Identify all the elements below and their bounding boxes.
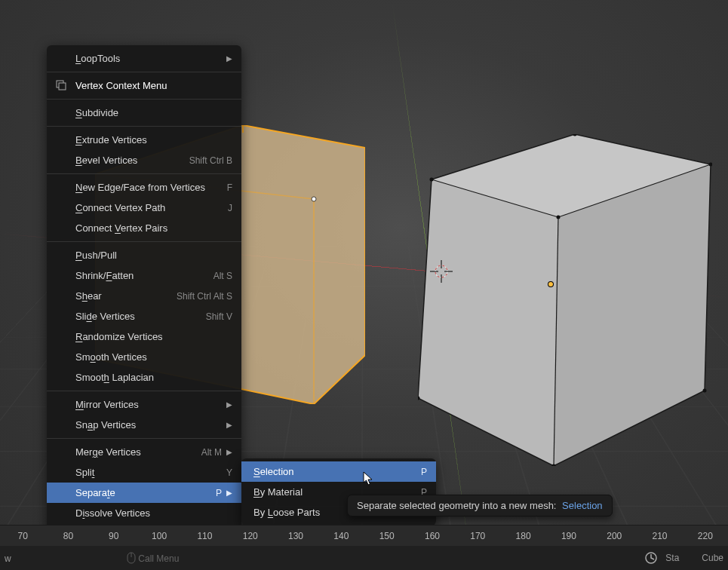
timeline-tick: 170 (455, 531, 500, 541)
timeline-tick: 120 (228, 531, 273, 541)
status-start-label[interactable]: Sta (665, 553, 679, 563)
menu-separator (47, 126, 241, 127)
menu-item-connect-vertex-pairs[interactable]: Connect Vertex Pairs (47, 218, 241, 238)
timeline-tick: 210 (637, 531, 682, 541)
svg-point-4 (312, 197, 316, 201)
timeline-tick: 80 (45, 531, 91, 541)
menu-item-mirror-vertices[interactable]: Mirror Vertices ▶ (47, 394, 241, 415)
menu-item-slide-vertices[interactable]: Slide Vertices Shift V (47, 306, 241, 326)
chevron-right-icon: ▶ (226, 400, 232, 409)
timeline-tick: 140 (318, 531, 364, 541)
status-hint-left: w (5, 553, 11, 564)
timeline-tick: 190 (546, 531, 591, 541)
status-bar: w Call Menu Sta Cube (0, 546, 728, 570)
chevron-right-icon: ▶ (226, 54, 232, 63)
menu-item-randomize-vertices[interactable]: Randomize Vertices (47, 326, 241, 347)
tooltip: Separate selected geometry into a new me… (347, 495, 613, 516)
menu-item-bevel-vertices[interactable]: Bevel Vertices Shift Ctrl B (47, 150, 241, 170)
menu-separator (47, 391, 241, 391)
menu-separator (47, 241, 241, 242)
menu-item-snap-vertices[interactable]: Snap Vertices ▶ (47, 415, 241, 435)
shortcut-label: Shift Ctrl Alt S (177, 291, 232, 302)
svg-point-14 (557, 216, 561, 219)
shortcut-label: Shift Ctrl B (189, 155, 232, 166)
menu-item-connect-vertex-path[interactable]: Connect Vertex Path J (47, 198, 241, 218)
svg-point-11 (430, 178, 434, 182)
timeline-tick: 220 (683, 531, 728, 541)
menu-separator (47, 438, 241, 439)
menu-header-label: Vertex Context Menu (75, 80, 232, 91)
shortcut-label: Y (226, 467, 232, 478)
menu-header: Vertex Context Menu (47, 75, 241, 96)
shortcut-label: Shift V (206, 311, 232, 322)
svg-point-12 (573, 134, 577, 136)
chevron-right-icon: ▶ (226, 421, 232, 429)
shortcut-label: P (216, 488, 222, 498)
menu-item-push-pull[interactable]: Push/Pull (47, 245, 241, 265)
context-menu-icon (56, 80, 66, 90)
mouse-icon (127, 553, 138, 564)
timeline-tick: 70 (0, 531, 45, 541)
menu-item-separate[interactable]: Separate P ▶ (47, 483, 241, 503)
shortcut-label: Alt M (201, 447, 222, 458)
shortcut-label: P (421, 467, 427, 477)
menu-item-smooth-laplacian[interactable]: Smooth Laplacian (47, 367, 241, 388)
menu-separator (47, 173, 241, 174)
menu-item-new-edge-face[interactable]: New Edge/Face from Vertices F (47, 177, 241, 198)
rewind-icon[interactable] (644, 551, 658, 565)
menu-item-merge-vertices[interactable]: Merge Vertices Alt M ▶ (47, 442, 241, 462)
menu-item-smooth-vertices[interactable]: Smooth Vertices (47, 347, 241, 367)
tooltip-value: Selection (562, 500, 602, 511)
timeline-tick: 90 (91, 531, 137, 541)
menu-item-split[interactable]: Split Y (47, 462, 241, 483)
svg-marker-6 (432, 134, 711, 217)
status-call-menu: Call Menu (138, 553, 179, 564)
menu-item-looptools[interactable]: LoopTools ▶ (47, 48, 241, 69)
timeline-tick: 100 (137, 531, 182, 541)
timeline-ruler[interactable]: 70 80 90 100 110 120 130 140 150 160 170… (0, 525, 728, 546)
timeline-tick: 180 (500, 531, 545, 541)
chevron-right-icon: ▶ (226, 489, 232, 497)
menu-item-shrink-fatten[interactable]: Shrink/Fatten Alt S (47, 265, 241, 286)
svg-point-13 (709, 163, 713, 167)
menu-separator (47, 72, 241, 72)
status-object-name: Cube (702, 553, 723, 563)
svg-rect-25 (59, 83, 66, 90)
vertex-context-menu: LoopTools ▶ Vertex Context Menu Subdivid… (47, 45, 241, 547)
object-origin-dot (548, 282, 553, 287)
timeline-tick: 130 (273, 531, 318, 541)
timeline-tick: 200 (591, 531, 637, 541)
menu-item-shear[interactable]: Shear Shift Ctrl Alt S (47, 286, 241, 306)
svg-line-8 (432, 179, 558, 217)
menu-item-dissolve-vertices[interactable]: Dissolve Vertices (47, 503, 241, 523)
tooltip-text: Separate selected geometry into a new me… (357, 500, 556, 511)
shortcut-label: Alt S (213, 271, 232, 281)
shortcut-label: F (227, 182, 232, 193)
timeline-tick: 110 (182, 531, 227, 541)
svg-line-9 (558, 164, 711, 217)
menu-separator (47, 99, 241, 100)
submenu-item-selection[interactable]: Selection P (241, 461, 436, 482)
timeline-tick: 150 (364, 531, 410, 541)
menu-item-extrude-vertices[interactable]: Extrude Vertices (47, 130, 241, 150)
chevron-right-icon: ▶ (226, 448, 232, 456)
menu-item-subdivide[interactable]: Subdivide (47, 103, 241, 123)
timeline-tick: 160 (410, 531, 455, 541)
shortcut-label: J (228, 203, 232, 213)
cursor-3d-icon (430, 260, 453, 283)
